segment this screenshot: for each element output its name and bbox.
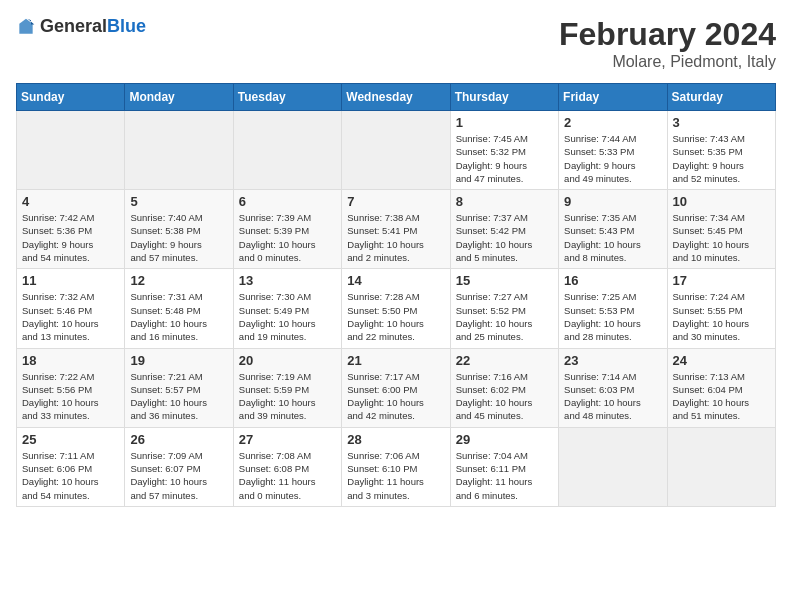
- day-info: Sunrise: 7:34 AM Sunset: 5:45 PM Dayligh…: [673, 211, 770, 264]
- day-info: Sunrise: 7:17 AM Sunset: 6:00 PM Dayligh…: [347, 370, 444, 423]
- day-info: Sunrise: 7:25 AM Sunset: 5:53 PM Dayligh…: [564, 290, 661, 343]
- day-number: 16: [564, 273, 661, 288]
- calendar-cell: 14Sunrise: 7:28 AM Sunset: 5:50 PM Dayli…: [342, 269, 450, 348]
- calendar-cell: 3Sunrise: 7:43 AM Sunset: 5:35 PM Daylig…: [667, 111, 775, 190]
- calendar-cell: 5Sunrise: 7:40 AM Sunset: 5:38 PM Daylig…: [125, 190, 233, 269]
- day-info: Sunrise: 7:30 AM Sunset: 5:49 PM Dayligh…: [239, 290, 336, 343]
- calendar-cell: 7Sunrise: 7:38 AM Sunset: 5:41 PM Daylig…: [342, 190, 450, 269]
- logo-blue: Blue: [107, 16, 146, 36]
- day-info: Sunrise: 7:31 AM Sunset: 5:48 PM Dayligh…: [130, 290, 227, 343]
- day-number: 2: [564, 115, 661, 130]
- day-of-week-header: Wednesday: [342, 84, 450, 111]
- day-number: 27: [239, 432, 336, 447]
- calendar-week-row: 25Sunrise: 7:11 AM Sunset: 6:06 PM Dayli…: [17, 427, 776, 506]
- day-info: Sunrise: 7:28 AM Sunset: 5:50 PM Dayligh…: [347, 290, 444, 343]
- calendar-cell: 17Sunrise: 7:24 AM Sunset: 5:55 PM Dayli…: [667, 269, 775, 348]
- day-number: 29: [456, 432, 553, 447]
- day-info: Sunrise: 7:39 AM Sunset: 5:39 PM Dayligh…: [239, 211, 336, 264]
- day-number: 18: [22, 353, 119, 368]
- calendar-cell: 20Sunrise: 7:19 AM Sunset: 5:59 PM Dayli…: [233, 348, 341, 427]
- day-info: Sunrise: 7:32 AM Sunset: 5:46 PM Dayligh…: [22, 290, 119, 343]
- day-of-week-header: Saturday: [667, 84, 775, 111]
- calendar-cell: 27Sunrise: 7:08 AM Sunset: 6:08 PM Dayli…: [233, 427, 341, 506]
- day-info: Sunrise: 7:45 AM Sunset: 5:32 PM Dayligh…: [456, 132, 553, 185]
- calendar-header-row: SundayMondayTuesdayWednesdayThursdayFrid…: [17, 84, 776, 111]
- day-info: Sunrise: 7:14 AM Sunset: 6:03 PM Dayligh…: [564, 370, 661, 423]
- day-number: 1: [456, 115, 553, 130]
- day-info: Sunrise: 7:22 AM Sunset: 5:56 PM Dayligh…: [22, 370, 119, 423]
- day-of-week-header: Tuesday: [233, 84, 341, 111]
- page-header: GeneralBlue February 2024 Molare, Piedmo…: [16, 16, 776, 71]
- day-number: 4: [22, 194, 119, 209]
- calendar-cell: 28Sunrise: 7:06 AM Sunset: 6:10 PM Dayli…: [342, 427, 450, 506]
- day-of-week-header: Friday: [559, 84, 667, 111]
- day-number: 17: [673, 273, 770, 288]
- day-info: Sunrise: 7:21 AM Sunset: 5:57 PM Dayligh…: [130, 370, 227, 423]
- day-info: Sunrise: 7:11 AM Sunset: 6:06 PM Dayligh…: [22, 449, 119, 502]
- day-number: 9: [564, 194, 661, 209]
- calendar-cell: 29Sunrise: 7:04 AM Sunset: 6:11 PM Dayli…: [450, 427, 558, 506]
- calendar-week-row: 4Sunrise: 7:42 AM Sunset: 5:36 PM Daylig…: [17, 190, 776, 269]
- calendar-cell: 10Sunrise: 7:34 AM Sunset: 5:45 PM Dayli…: [667, 190, 775, 269]
- day-number: 20: [239, 353, 336, 368]
- day-info: Sunrise: 7:40 AM Sunset: 5:38 PM Dayligh…: [130, 211, 227, 264]
- day-info: Sunrise: 7:37 AM Sunset: 5:42 PM Dayligh…: [456, 211, 553, 264]
- day-number: 24: [673, 353, 770, 368]
- day-number: 6: [239, 194, 336, 209]
- day-info: Sunrise: 7:16 AM Sunset: 6:02 PM Dayligh…: [456, 370, 553, 423]
- day-number: 28: [347, 432, 444, 447]
- day-info: Sunrise: 7:27 AM Sunset: 5:52 PM Dayligh…: [456, 290, 553, 343]
- day-info: Sunrise: 7:24 AM Sunset: 5:55 PM Dayligh…: [673, 290, 770, 343]
- calendar-cell: 21Sunrise: 7:17 AM Sunset: 6:00 PM Dayli…: [342, 348, 450, 427]
- day-number: 25: [22, 432, 119, 447]
- calendar-cell: 15Sunrise: 7:27 AM Sunset: 5:52 PM Dayli…: [450, 269, 558, 348]
- calendar-cell: 18Sunrise: 7:22 AM Sunset: 5:56 PM Dayli…: [17, 348, 125, 427]
- day-number: 23: [564, 353, 661, 368]
- calendar-cell: 11Sunrise: 7:32 AM Sunset: 5:46 PM Dayli…: [17, 269, 125, 348]
- logo-general: General: [40, 16, 107, 36]
- day-number: 13: [239, 273, 336, 288]
- day-info: Sunrise: 7:35 AM Sunset: 5:43 PM Dayligh…: [564, 211, 661, 264]
- calendar-cell: 9Sunrise: 7:35 AM Sunset: 5:43 PM Daylig…: [559, 190, 667, 269]
- day-info: Sunrise: 7:38 AM Sunset: 5:41 PM Dayligh…: [347, 211, 444, 264]
- day-number: 10: [673, 194, 770, 209]
- location-title: Molare, Piedmont, Italy: [559, 53, 776, 71]
- day-info: Sunrise: 7:06 AM Sunset: 6:10 PM Dayligh…: [347, 449, 444, 502]
- day-number: 8: [456, 194, 553, 209]
- calendar-cell: [17, 111, 125, 190]
- calendar-week-row: 11Sunrise: 7:32 AM Sunset: 5:46 PM Dayli…: [17, 269, 776, 348]
- calendar-cell: 6Sunrise: 7:39 AM Sunset: 5:39 PM Daylig…: [233, 190, 341, 269]
- calendar-table: SundayMondayTuesdayWednesdayThursdayFrid…: [16, 83, 776, 507]
- day-info: Sunrise: 7:19 AM Sunset: 5:59 PM Dayligh…: [239, 370, 336, 423]
- calendar-cell: 24Sunrise: 7:13 AM Sunset: 6:04 PM Dayli…: [667, 348, 775, 427]
- calendar-cell: 2Sunrise: 7:44 AM Sunset: 5:33 PM Daylig…: [559, 111, 667, 190]
- day-number: 22: [456, 353, 553, 368]
- calendar-cell: 13Sunrise: 7:30 AM Sunset: 5:49 PM Dayli…: [233, 269, 341, 348]
- day-info: Sunrise: 7:42 AM Sunset: 5:36 PM Dayligh…: [22, 211, 119, 264]
- day-number: 12: [130, 273, 227, 288]
- day-info: Sunrise: 7:13 AM Sunset: 6:04 PM Dayligh…: [673, 370, 770, 423]
- day-number: 21: [347, 353, 444, 368]
- day-info: Sunrise: 7:44 AM Sunset: 5:33 PM Dayligh…: [564, 132, 661, 185]
- day-info: Sunrise: 7:43 AM Sunset: 5:35 PM Dayligh…: [673, 132, 770, 185]
- logo-icon: [16, 17, 36, 37]
- calendar-cell: [342, 111, 450, 190]
- calendar-cell: [667, 427, 775, 506]
- month-title: February 2024: [559, 16, 776, 53]
- day-number: 3: [673, 115, 770, 130]
- calendar-week-row: 18Sunrise: 7:22 AM Sunset: 5:56 PM Dayli…: [17, 348, 776, 427]
- day-number: 19: [130, 353, 227, 368]
- day-of-week-header: Sunday: [17, 84, 125, 111]
- calendar-cell: 4Sunrise: 7:42 AM Sunset: 5:36 PM Daylig…: [17, 190, 125, 269]
- day-of-week-header: Thursday: [450, 84, 558, 111]
- calendar-cell: 19Sunrise: 7:21 AM Sunset: 5:57 PM Dayli…: [125, 348, 233, 427]
- day-number: 14: [347, 273, 444, 288]
- day-info: Sunrise: 7:09 AM Sunset: 6:07 PM Dayligh…: [130, 449, 227, 502]
- day-of-week-header: Monday: [125, 84, 233, 111]
- calendar-cell: 1Sunrise: 7:45 AM Sunset: 5:32 PM Daylig…: [450, 111, 558, 190]
- calendar-cell: 25Sunrise: 7:11 AM Sunset: 6:06 PM Dayli…: [17, 427, 125, 506]
- calendar-cell: 8Sunrise: 7:37 AM Sunset: 5:42 PM Daylig…: [450, 190, 558, 269]
- calendar-week-row: 1Sunrise: 7:45 AM Sunset: 5:32 PM Daylig…: [17, 111, 776, 190]
- calendar-cell: 22Sunrise: 7:16 AM Sunset: 6:02 PM Dayli…: [450, 348, 558, 427]
- calendar-cell: 23Sunrise: 7:14 AM Sunset: 6:03 PM Dayli…: [559, 348, 667, 427]
